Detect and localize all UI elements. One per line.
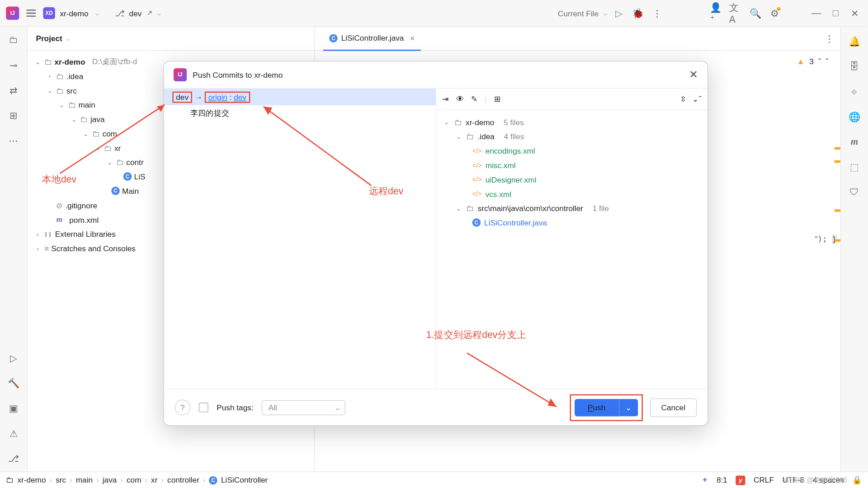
close-tab-icon[interactable]: × [410,33,415,42]
tab-more-icon[interactable]: ⋮ [826,32,840,46]
shield-icon[interactable]: 🛡 [847,185,862,199]
ai-status-icon[interactable]: ✦ [702,476,708,485]
services-icon[interactable]: ▷ [6,351,21,365]
maximize-icon[interactable]: □ [828,6,843,20]
settings-icon[interactable]: ⚙ [767,6,782,20]
edit-icon[interactable]: ✎ [471,94,478,103]
tree-node[interactable]: ⌄🗀src\main\java\com\xr\controller 1 file [442,201,701,216]
chevron-down-icon[interactable]: ⌵ [604,10,607,17]
remote-branch[interactable]: dev [234,93,246,102]
database-icon[interactable]: 🗄 [847,59,862,74]
xml-icon: </> [472,147,482,155]
breadcrumb[interactable]: 🗀 xr-demo› src› main› java› com› xr› con… [6,476,268,485]
translate-icon[interactable]: 文A [729,6,744,20]
run-config-selector[interactable]: Current File [558,9,599,18]
yaml-icon[interactable]: y [736,475,745,485]
ai-icon[interactable]: ⬚ [847,160,862,174]
push-tags-checkbox[interactable] [199,403,208,412]
gutter-marker [835,160,840,163]
structure-tool-icon[interactable]: ⊞ [6,108,21,123]
minimize-icon[interactable]: — [809,6,824,20]
close-window-icon[interactable]: ✕ [848,6,862,20]
more-icon[interactable]: ⋮ [650,6,665,20]
remote-branch-box: origin : dev [205,91,250,103]
editor-tabs: C LiSiController.java × ⋮ [315,27,840,51]
gutter-marker [835,147,840,150]
pull-requests-icon[interactable]: ⇄ [6,83,21,98]
maven-icon: m [56,215,62,224]
group-icon[interactable]: ⊞ [494,94,501,103]
xml-icon: </> [472,161,482,169]
more-tool-icon[interactable]: ⋯ [6,133,21,148]
branch-icon[interactable]: ⎇ [115,9,124,18]
tree-file[interactable]: </>vcs.xml [442,187,701,201]
project-name[interactable]: xr-demo [60,9,88,18]
build-icon[interactable]: 🔨 [6,375,21,390]
tree-node[interactable]: ⌄🗀xr-demo 5 files [442,115,701,129]
arrow-icon: → [194,93,202,102]
chevron-down-icon[interactable]: ⌵ [157,10,161,17]
maven-tool-icon[interactable]: m [847,135,862,149]
push-button-highlight: Push ⌄ [570,394,642,421]
chevron-down-icon[interactable]: ⌵ [95,10,99,17]
tree-node[interactable]: ⌄🗀.idea 4 files [442,129,701,144]
notifications-icon[interactable]: 🔔 [847,34,862,48]
run-icon[interactable]: ▷ [612,6,626,20]
class-icon: C [123,172,132,181]
search-icon[interactable]: 🔍 [748,6,763,20]
dialog-footer: ? Push tags: All Push ⌄ Cancel [164,389,708,425]
line-separator[interactable]: CRLF [754,476,774,485]
help-icon[interactable]: ? [175,399,190,415]
readonly-lock-icon[interactable]: 🔒 [852,476,862,485]
cancel-button[interactable]: Cancel [650,398,697,417]
commit-item[interactable]: 李四的提交 [164,105,436,121]
warning-count: 3 [809,57,814,66]
left-tool-rail: 🗀 ⊸ ⇄ ⊞ ⋯ ▷ 🔨 ▣ ⚠ ⎇ [0,27,28,472]
caret-position[interactable]: 8:1 [717,476,727,485]
branch-mapping-row[interactable]: dev → origin : dev [164,89,436,105]
close-dialog-icon[interactable]: ✕ [689,68,698,81]
editor-tab[interactable]: C LiSiController.java × [323,27,421,51]
expand-collapse-icon[interactable]: ⇳ [680,94,687,103]
xml-icon: </> [472,190,482,197]
web-icon[interactable]: 🌐 [847,109,862,124]
tab-label: LiSiController.java [341,33,404,42]
problems-icon[interactable]: ⚠ [6,426,21,441]
tags-select[interactable]: All [262,400,345,415]
next-highlight-icon[interactable]: ˇ [826,57,829,66]
tree-file[interactable]: CLiSiController.java [442,216,701,230]
project-header[interactable]: Project ⌵ [28,27,314,51]
push-dropdown-icon[interactable]: ⌄ [618,399,637,416]
ide-logo-icon: IJ [174,68,187,81]
chevron-down-icon[interactable]: ⌵ [66,35,70,42]
tree-file[interactable]: </>uiDesigner.xml [442,172,701,187]
gradle-icon[interactable]: ⟐ [847,84,862,99]
changes-panel: ⇥ 👁 ✎ | ⊞ ⇳ ⌄ˆ ⌄🗀xr-demo 5 files ⌄🗀.idea… [436,89,708,389]
remote-name[interactable]: origin [208,93,227,102]
file-encoding[interactable]: UTF-8 [783,476,805,485]
tree-file[interactable]: </>encodings.xml [442,144,701,158]
changed-files-tree: ⌄🗀xr-demo 5 files ⌄🗀.idea 4 files </>enc… [436,110,708,235]
ide-logo-icon: IJ [6,7,19,20]
collapse-icon[interactable]: ⇥ [442,94,449,103]
tree-file[interactable]: </>misc.xml [442,158,701,173]
vcs-icon[interactable]: ⎇ [6,451,21,465]
push-button[interactable]: Push [575,399,619,416]
project-title: Project [36,34,62,43]
indent-info[interactable]: 4 spaces [813,476,844,485]
push-arrow-icon[interactable]: ↗ [146,9,152,18]
class-icon: C [472,218,481,227]
inspection-widget[interactable]: ▲ 3 ˆ ˇ [797,57,829,66]
project-tool-icon[interactable]: 🗀 [6,33,21,47]
terminal-icon[interactable]: ▣ [6,401,21,415]
hamburger-menu-icon[interactable] [24,7,38,19]
code-with-me-icon[interactable]: 👤⁺ [710,6,724,20]
preview-icon[interactable]: 👁 [456,94,464,103]
prev-highlight-icon[interactable]: ˆ [818,57,821,66]
breadcrumb-icon: 🗀 [6,476,14,485]
push-tags-label: Push tags: [217,403,253,412]
debug-icon[interactable]: 🐞 [631,6,645,20]
branch-name[interactable]: dev [129,9,142,18]
commit-tool-icon[interactable]: ⊸ [6,58,21,72]
close-panel-icon[interactable]: ⌄ˆ [692,94,701,103]
